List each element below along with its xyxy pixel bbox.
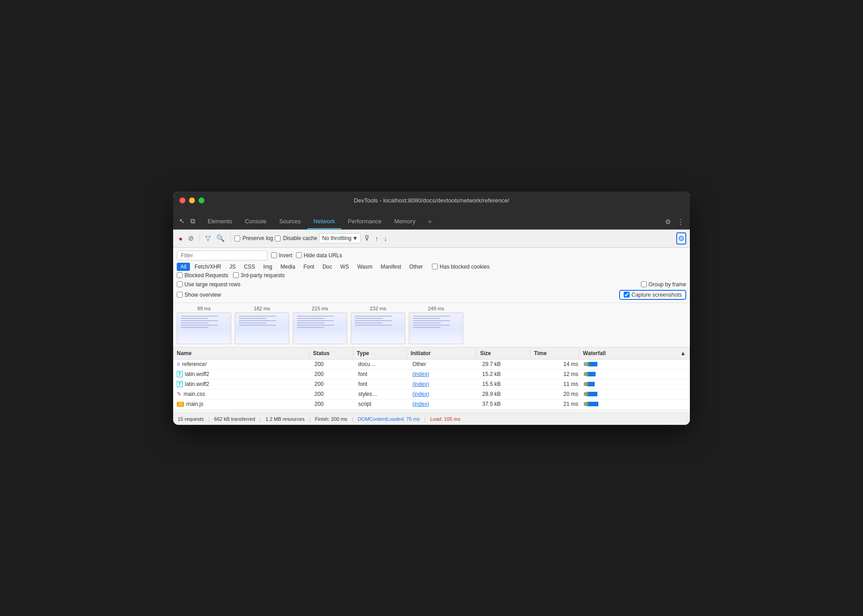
screenshot-thumb-4[interactable] (351, 313, 405, 344)
has-blocked-cookies-label[interactable]: Has blocked cookies (432, 264, 490, 270)
type-btn-other[interactable]: Other (406, 263, 427, 271)
th-size[interactable]: Size (476, 347, 530, 359)
td-waterfall-4 (582, 391, 690, 397)
upload-icon[interactable]: ↑ (373, 233, 380, 244)
type-btn-media[interactable]: Media (277, 263, 299, 271)
minimize-button[interactable] (189, 197, 195, 203)
screenshot-1[interactable]: 99 ms (177, 306, 231, 344)
table-row[interactable]: T latin.woff2 200 font (index) 15.2 kB 1… (173, 370, 690, 380)
more-icon[interactable]: ⋮ (675, 217, 686, 226)
record-button[interactable]: ● (177, 233, 184, 244)
type-btn-fetch[interactable]: Fetch/XHR (191, 263, 225, 271)
screenshot-thumb-2[interactable] (235, 313, 289, 344)
blocked-requests-checkbox[interactable] (177, 272, 183, 278)
maximize-button[interactable] (199, 197, 204, 203)
td-initiator-1: Other (409, 360, 479, 368)
tab-memory[interactable]: Memory (388, 214, 422, 229)
close-button[interactable] (179, 197, 185, 203)
search-icon[interactable]: 🔍 (214, 232, 227, 244)
preserve-log-checkbox[interactable] (234, 236, 240, 241)
td-time-3: 11 ms (533, 380, 582, 388)
screenshot-thumb-1[interactable] (177, 313, 231, 344)
tab-elements[interactable]: Elements (201, 214, 238, 229)
th-status[interactable]: Status (310, 347, 353, 359)
th-name[interactable]: Name (173, 347, 310, 359)
td-initiator-2[interactable]: (index) (409, 370, 479, 378)
invert-label[interactable]: Invert (271, 252, 292, 259)
screenshot-2[interactable]: 182 ms (235, 306, 289, 344)
blocked-requests-label[interactable]: Blocked Requests (177, 272, 228, 279)
td-initiator-5[interactable]: (index) (409, 400, 479, 408)
table-row[interactable]: JS main.js 200 script (index) 37.5 kB 21… (173, 399, 690, 409)
table-row[interactable]: ≡ reference/ 200 docu… Other 29.7 kB 14 … (173, 360, 690, 370)
use-large-rows-checkbox[interactable] (177, 281, 183, 287)
network-table: Name Status Type Initiator Size Time Wat… (173, 347, 690, 413)
td-initiator-3[interactable]: (index) (409, 380, 479, 388)
hide-data-urls-checkbox[interactable] (296, 252, 302, 258)
tab-performance[interactable]: Performance (341, 214, 388, 229)
type-btn-js[interactable]: JS (226, 263, 239, 271)
type-btn-css[interactable]: CSS (240, 263, 259, 271)
th-time[interactable]: Time (530, 347, 579, 359)
td-initiator-4[interactable]: (index) (409, 390, 479, 398)
network-settings-button[interactable]: ⚙ (676, 232, 686, 245)
th-initiator[interactable]: Initiator (407, 347, 476, 359)
devtools-window: DevTools - localhost:8080/docs/devtools/… (173, 192, 690, 425)
group-by-frame-checkbox[interactable] (641, 281, 647, 287)
show-overview-checkbox[interactable] (177, 292, 183, 298)
css-icon: ✎ (177, 391, 181, 397)
screenshot-5[interactable]: 249 ms (409, 306, 463, 344)
use-large-rows-label[interactable]: Use large request rows (177, 281, 240, 288)
download-icon[interactable]: ↓ (382, 233, 389, 244)
screenshot-thumb-5[interactable] (409, 313, 463, 344)
third-party-checkbox[interactable] (233, 272, 239, 278)
capture-screenshots-label[interactable]: Capture screenshots (624, 292, 682, 298)
tab-network[interactable]: Network (307, 214, 342, 229)
gear-icon[interactable]: ⚙ (663, 217, 673, 226)
type-btn-doc[interactable]: Doc (319, 263, 335, 271)
screenshot-3[interactable]: 215 ms (293, 306, 347, 344)
td-time-1: 14 ms (533, 360, 582, 368)
disable-cache-label[interactable]: Disable cache (275, 235, 317, 241)
separator-2 (230, 234, 231, 243)
invert-checkbox[interactable] (271, 252, 277, 258)
hide-data-urls-label[interactable]: Hide data URLs (296, 252, 342, 259)
table-row-partial (173, 409, 690, 413)
type-btn-img[interactable]: Img (260, 263, 276, 271)
capture-screenshots-checkbox[interactable] (624, 292, 630, 298)
td-type-1: docu… (354, 360, 409, 368)
group-by-frame-label[interactable]: Group by frame (641, 281, 686, 288)
type-btn-manifest[interactable]: Manifest (377, 263, 405, 271)
type-btn-wasm[interactable]: Wasm (354, 263, 376, 271)
td-type-5: script (354, 400, 409, 408)
third-party-label[interactable]: 3rd-party requests (233, 272, 285, 279)
has-blocked-cookies-checkbox[interactable] (432, 264, 438, 270)
table-row[interactable]: T latin.woff2 200 font (index) 15.5 kB 1… (173, 380, 690, 390)
td-name-1: ≡ reference/ (173, 360, 311, 368)
filter-icon[interactable]: ▽ (204, 232, 213, 244)
layers-icon[interactable]: ⧉ (188, 216, 198, 226)
finish-time: Finish: 200 ms (315, 416, 348, 422)
preserve-log-label[interactable]: Preserve log (234, 235, 273, 241)
screenshot-thumb-3[interactable] (293, 313, 347, 344)
type-btn-ws[interactable]: WS (337, 263, 353, 271)
cursor-icon[interactable]: ↖ (177, 216, 187, 226)
tab-more[interactable]: » (422, 214, 438, 229)
th-type[interactable]: Type (353, 347, 407, 359)
throttle-dropdown[interactable]: No throttling ▼ (319, 233, 361, 243)
td-status-2: 200 (311, 370, 355, 378)
type-btn-all[interactable]: All (177, 263, 190, 271)
show-overview-label[interactable]: Show overview (177, 292, 221, 298)
filter-bar: Invert Hide data URLs All Fetch/XHR JS C… (173, 248, 690, 303)
tab-sources[interactable]: Sources (273, 214, 307, 229)
filter-input[interactable] (177, 250, 267, 260)
disable-cache-checkbox[interactable] (275, 236, 281, 241)
td-time-5: 21 ms (533, 400, 582, 408)
screenshot-4[interactable]: 232 ms (351, 306, 405, 344)
table-row[interactable]: ✎ main.css 200 styles… (index) 28.9 kB 2… (173, 390, 690, 399)
tab-console[interactable]: Console (238, 214, 273, 229)
th-waterfall[interactable]: Waterfall ▲ (579, 347, 690, 359)
wifi-icon[interactable]: ⊽ (363, 232, 371, 244)
stop-button[interactable]: ⊘ (186, 232, 196, 244)
type-btn-font[interactable]: Font (300, 263, 318, 271)
